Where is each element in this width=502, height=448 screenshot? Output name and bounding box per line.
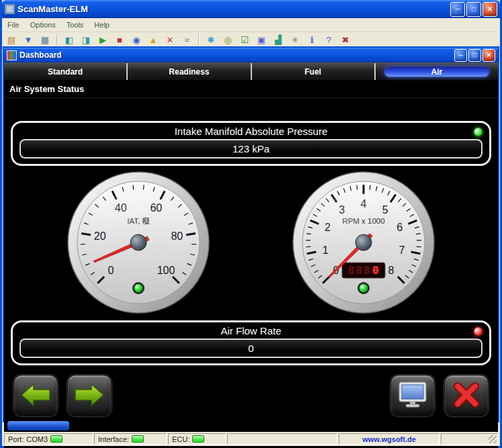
open-icon[interactable]: ▤ xyxy=(6,34,17,45)
tab-air[interactable]: Air xyxy=(376,63,498,80)
chart-icon[interactable]: ▟ xyxy=(273,34,284,45)
app-chip-icon xyxy=(5,4,15,14)
disconnect-icon[interactable]: ◨ xyxy=(81,34,91,45)
statusbar-end-segment xyxy=(441,433,498,445)
svg-text:20: 20 xyxy=(94,230,106,242)
map-display-title: Intake Manifold Absolute Pressure xyxy=(19,124,483,139)
play-icon[interactable]: ▶ xyxy=(97,34,108,45)
toolbar-separator xyxy=(198,34,200,45)
port-status-segment: Port: COM3 xyxy=(4,433,93,445)
menu-bar: FileOptionsToolsHelp xyxy=(2,18,500,32)
connect-icon[interactable]: ◧ xyxy=(64,34,75,45)
interface-led xyxy=(132,435,144,443)
website-segment: www.wgsoft.de xyxy=(339,433,440,445)
menu-item-help[interactable]: Help xyxy=(89,19,115,30)
o2-sensor-icon[interactable]: ◎ xyxy=(222,34,233,45)
svg-text:5: 5 xyxy=(382,204,388,216)
ecu-info-icon[interactable]: ▣ xyxy=(256,34,267,45)
save-icon[interactable]: ▼ xyxy=(23,34,34,45)
website-link[interactable]: www.wgsoft.de xyxy=(362,435,416,443)
section-title: Air System Status xyxy=(4,80,498,98)
gauges-row: 020406080100IAT, 癈012345678RPM x 1000888… xyxy=(4,171,498,316)
airflow-display-value: 0 xyxy=(19,339,483,358)
ecu-status-segment: ECU: xyxy=(168,433,226,445)
svg-text:7: 7 xyxy=(399,244,405,256)
help-icon[interactable]: ? xyxy=(323,34,334,45)
status-bar: Port: COM3 Interface: ECU: www.wgsoft.de xyxy=(2,432,500,446)
rpm-gauge: 012345678RPM x 100088800 xyxy=(292,171,435,316)
port-value: COM3 xyxy=(26,435,48,443)
minimized-window-stub[interactable] xyxy=(7,421,69,431)
maximize-button[interactable]: □ xyxy=(466,2,481,17)
status-spacer xyxy=(227,433,337,445)
main-titlebar[interactable]: ScanMaster-ELM ─ □ ✕ xyxy=(2,0,500,18)
toolbar-separator xyxy=(56,34,58,45)
arrow-left-icon xyxy=(20,382,51,410)
dashboard-tab-bar: StandardReadinessFuelAir xyxy=(4,62,498,80)
dtc-read-icon[interactable]: ▲ xyxy=(148,34,159,45)
exit-icon[interactable]: ✖ xyxy=(340,34,351,45)
menu-item-options[interactable]: Options xyxy=(25,19,61,30)
close-dashboard-button[interactable] xyxy=(444,375,489,416)
monitor-icon xyxy=(397,381,428,411)
port-label: Port: xyxy=(8,435,24,443)
print-icon[interactable]: ▦ xyxy=(40,34,50,45)
dashboard-maximize-button[interactable]: □ xyxy=(468,49,481,62)
dashboard-title: Dashboard xyxy=(19,50,452,60)
back-button[interactable] xyxy=(13,375,58,416)
dashboard-content: Intake Manifold Absolute Pressure 123 kP… xyxy=(4,121,498,448)
airflow-status-led xyxy=(474,327,483,336)
menu-item-tools[interactable]: Tools xyxy=(61,19,89,30)
svg-text:6: 6 xyxy=(396,222,403,233)
display-button[interactable] xyxy=(390,375,435,416)
minimize-button[interactable]: ─ xyxy=(450,2,465,17)
ecu-label: ECU: xyxy=(172,435,190,443)
dtc-clear-icon[interactable]: ✕ xyxy=(165,34,175,45)
settings-icon[interactable]: ✳ xyxy=(290,34,300,45)
stop-icon[interactable]: ■ xyxy=(114,34,125,45)
menu-item-file[interactable]: File xyxy=(2,19,25,30)
svg-text:80: 80 xyxy=(171,230,183,242)
readiness-icon[interactable]: ☑ xyxy=(239,34,250,45)
main-window-title: ScanMaster-ELM xyxy=(17,4,448,14)
svg-text:100: 100 xyxy=(157,265,175,276)
interface-status-segment: Interface: xyxy=(94,433,167,445)
arrow-right-icon xyxy=(74,382,105,410)
svg-text:8: 8 xyxy=(388,265,394,276)
info-icon[interactable]: ℹ xyxy=(306,34,317,45)
navigation-button-row xyxy=(4,375,498,416)
svg-text:0: 0 xyxy=(108,265,114,276)
close-button[interactable]: ✕ xyxy=(483,2,497,17)
port-led xyxy=(50,435,62,443)
main-window: ScanMaster-ELM ─ □ ✕ FileOptionsToolsHel… xyxy=(0,0,502,448)
airflow-display-panel: Air Flow Rate 0 xyxy=(11,320,491,365)
map-status-led xyxy=(474,128,483,136)
interface-label: Interface: xyxy=(98,435,129,443)
red-x-icon xyxy=(452,382,481,410)
svg-text:0: 0 xyxy=(372,264,379,277)
dashboard-close-button[interactable]: ✕ xyxy=(483,49,495,62)
dashboard-window: Dashboard ─ □ ✕ StandardReadinessFuelAir… xyxy=(3,46,499,422)
resize-grip-icon[interactable] xyxy=(489,435,497,443)
svg-text:60: 60 xyxy=(150,202,162,214)
freeze-frame-icon[interactable]: ✱ xyxy=(206,34,216,45)
dashboard-titlebar[interactable]: Dashboard ─ □ ✕ xyxy=(4,48,498,62)
toolbar: ▤▼▦◧◨▶■◉▲✕≈✱◎☑▣▟✳ℹ?✖ xyxy=(2,32,500,48)
tab-readiness[interactable]: Readiness xyxy=(128,63,251,80)
airflow-display-title: Air Flow Rate xyxy=(19,324,483,339)
svg-text:1: 1 xyxy=(323,244,329,256)
ecu-led xyxy=(192,435,204,443)
map-display-panel: Intake Manifold Absolute Pressure 123 kP… xyxy=(11,121,491,166)
tab-fuel[interactable]: Fuel xyxy=(252,63,376,80)
tab-standard[interactable]: Standard xyxy=(4,63,128,80)
dashboard-window-icon xyxy=(7,50,17,60)
live-data-icon[interactable]: ≈ xyxy=(181,34,192,45)
map-display-value: 123 kPa xyxy=(19,139,483,159)
dashboard-icon[interactable]: ◉ xyxy=(131,34,142,45)
forward-button[interactable] xyxy=(67,375,112,416)
iat-gauge: 020406080100IAT, 癈 xyxy=(67,171,210,316)
dashboard-minimize-button[interactable]: ─ xyxy=(454,49,467,62)
